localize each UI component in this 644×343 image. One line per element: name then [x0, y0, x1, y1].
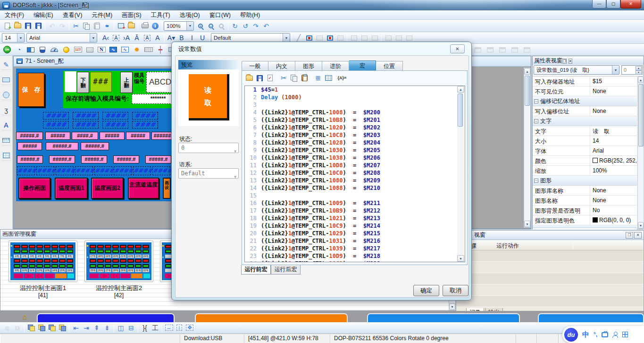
- collapse-icon[interactable]: −: [534, 99, 538, 103]
- numeric-entry[interactable]: ####: [43, 112, 69, 120]
- menu-item[interactable]: 元件(M): [87, 10, 117, 19]
- numeric-entry[interactable]: ####: [73, 112, 99, 120]
- editor-vertical-scrollbar[interactable]: ▲ ▼: [524, 68, 531, 228]
- scroll-up-icon[interactable]: ▲: [638, 77, 644, 83]
- new-file-icon[interactable]: [2, 21, 12, 31]
- panel-close-icon[interactable]: ✕: [569, 59, 573, 64]
- property-row[interactable]: 大小14: [533, 136, 637, 146]
- page-number-display[interactable]: ###: [90, 72, 112, 92]
- dialog-tab[interactable]: 宏: [349, 60, 376, 71]
- user-icon[interactable]: [612, 332, 618, 337]
- maximize-button[interactable]: ▢: [606, 0, 620, 9]
- scroll-up-icon[interactable]: ▲: [524, 68, 530, 75]
- text-bottom-icon[interactable]: A: [152, 33, 163, 43]
- save-screen-button[interactable]: 保 存: [18, 73, 44, 107]
- toolbox-icon[interactable]: [602, 332, 608, 337]
- text-top-icon[interactable]: Ā: [132, 33, 142, 43]
- zoom-select[interactable]: 100%▼: [164, 21, 194, 31]
- screen-window-tab[interactable]: [538, 313, 644, 322]
- macro-phase-tab[interactable]: 运行前宏: [241, 265, 271, 274]
- print-icon[interactable]: [140, 21, 150, 31]
- style-select[interactable]: Default▼: [211, 33, 290, 43]
- screen-nav-button[interactable]: 主流道温度: [128, 178, 159, 199]
- font-family-select[interactable]: Arial▼: [26, 33, 97, 43]
- same-height-icon[interactable]: ↕: [174, 323, 184, 333]
- grid-menu-icon[interactable]: [622, 332, 628, 337]
- bring-to-front-icon[interactable]: [26, 323, 36, 333]
- property-value[interactable]: 14: [590, 136, 637, 146]
- lamp-element-icon[interactable]: [61, 44, 71, 55]
- zoom-out-icon[interactable]: −: [206, 21, 216, 31]
- numeric-entry[interactable]: ####: [94, 166, 112, 175]
- cancel-button[interactable]: 取消: [443, 285, 468, 296]
- ellipse-tool-icon[interactable]: [1, 90, 11, 100]
- gauge-element-icon[interactable]: [49, 44, 59, 55]
- element-selector[interactable]: 设常数值_019 {读 取}▼: [534, 65, 619, 75]
- panel-close-icon[interactable]: ✕: [634, 232, 642, 239]
- page-up-button[interactable]: 上翻: [120, 72, 133, 93]
- numeric-display[interactable]: #####.#: [17, 155, 43, 163]
- close-button[interactable]: ✕: [620, 0, 641, 9]
- variable-define-icon[interactable]: {A}=: [337, 73, 347, 83]
- scroll-down-icon[interactable]: ▼: [457, 255, 464, 262]
- align-right-icon[interactable]: ⇥: [81, 323, 92, 333]
- numeric-display[interactable]: #####.#: [113, 155, 139, 163]
- macro-phase-tab[interactable]: 运行后宏: [271, 265, 301, 274]
- code-scrollbar[interactable]: ▲ ▼: [457, 86, 464, 262]
- menu-item[interactable]: 文件(F): [0, 10, 29, 19]
- open-file-icon[interactable]: [12, 21, 23, 31]
- screen-thumbnail[interactable]: 17号18号19号20号21号22号23号24号25号26号27号28号29号3…: [84, 240, 153, 282]
- cut-icon[interactable]: ✂: [278, 73, 289, 83]
- property-row[interactable]: 图形背景是否透明No: [533, 206, 637, 215]
- tank-element-icon[interactable]: [37, 44, 48, 55]
- find-icon[interactable]: ⚭: [102, 21, 112, 31]
- same-size-icon[interactable]: ✥: [184, 323, 195, 333]
- numeric-display[interactable]: #####: [100, 132, 125, 140]
- property-value[interactable]: 100%: [590, 166, 637, 175]
- menu-item[interactable]: 编辑(E): [29, 10, 58, 19]
- numeric-entry[interactable]: ####: [132, 121, 158, 129]
- ime-punctuation-mode[interactable]: °,: [594, 331, 597, 338]
- redo-action-icon[interactable]: ↷: [251, 21, 261, 31]
- numeric-entry[interactable]: ####: [132, 112, 158, 120]
- menu-item[interactable]: 窗口(W): [205, 10, 235, 19]
- property-row[interactable]: 图形库名称None: [533, 186, 637, 196]
- property-value[interactable]: 读 取: [590, 126, 637, 136]
- numeric-display[interactable]: #####.#: [46, 142, 78, 150]
- numeric-entry[interactable]: ####: [17, 166, 35, 175]
- numeric-entry[interactable]: ####: [43, 121, 69, 129]
- panel-restore-icon[interactable]: ❐: [562, 59, 567, 64]
- property-row[interactable]: 指定图形透明色RGB(0, 0, 0): [533, 215, 637, 225]
- scope-element-icon[interactable]: ∿: [108, 44, 118, 55]
- numeric-display[interactable]: #####: [126, 132, 150, 140]
- dialog-tab[interactable]: 进阶: [322, 61, 349, 71]
- syntax-check-icon[interactable]: ✓: [265, 73, 275, 83]
- dialog-tab[interactable]: 一般: [242, 61, 268, 71]
- button-element-icon[interactable]: ON: [2, 44, 12, 55]
- screen-window-tab[interactable]: [195, 313, 348, 322]
- ok-button[interactable]: 确定: [413, 285, 439, 296]
- import-screen-icon[interactable]: [126, 21, 136, 31]
- scrollbar-thumb[interactable]: [525, 76, 530, 106]
- save-icon[interactable]: [23, 21, 33, 31]
- font-size-select[interactable]: 14▼: [2, 33, 25, 43]
- numeric-entry[interactable]: ####: [102, 121, 128, 129]
- numeric-display[interactable]: #####: [45, 132, 70, 140]
- save-macro-icon[interactable]: [254, 73, 265, 83]
- property-row[interactable]: 缩放100%: [533, 166, 637, 176]
- menu-item[interactable]: 帮助(H): [235, 10, 265, 19]
- property-row[interactable]: 颜色RGB(252, 252, 252: [533, 156, 637, 166]
- paste-icon[interactable]: [299, 73, 309, 83]
- numeric-entry[interactable]: ####: [56, 166, 74, 175]
- menu-item[interactable]: 工具(T): [146, 10, 175, 19]
- screen-nav-button[interactable]: 温度画面1: [55, 178, 88, 199]
- numeric-entry[interactable]: ####: [102, 112, 128, 120]
- alarm-element-icon[interactable]: ✹: [132, 44, 142, 55]
- scroll-down-icon[interactable]: ▼: [524, 221, 530, 227]
- property-group-row[interactable]: −文字: [533, 116, 637, 126]
- text-fit-height-icon[interactable]: A: [142, 33, 152, 43]
- property-value[interactable]: None: [590, 86, 637, 96]
- dialog-tab[interactable]: 图形: [295, 61, 322, 71]
- property-value[interactable]: RGB(0, 0, 0): [590, 215, 637, 225]
- numeric-display[interactable]: ####.#: [72, 132, 98, 140]
